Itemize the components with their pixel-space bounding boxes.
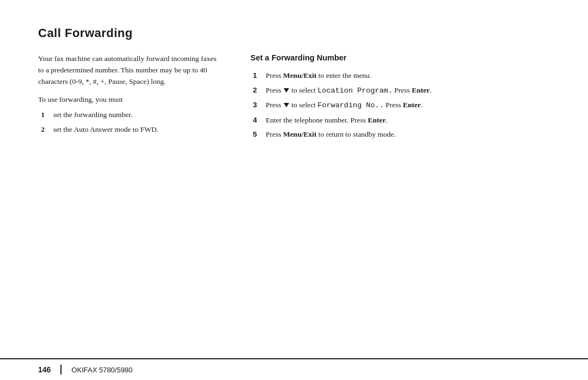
footer-model: OKIFAX 5780/5980 bbox=[71, 366, 132, 374]
prerequisite-list: 1 set the forwarding number. 2 set the A… bbox=[38, 109, 223, 136]
step-text: Enter the telephone number. Press Enter. bbox=[266, 114, 388, 126]
steps-list: 1 Press Menu/Exit to enter the menu. 2 P… bbox=[250, 70, 550, 140]
footer: 146 OKIFAX 5780/5980 bbox=[0, 358, 588, 380]
step-2: 2 Press to select Location Program. Pres… bbox=[250, 84, 550, 97]
down-arrow-icon bbox=[284, 88, 289, 93]
section-heading: Set a Forwarding Number bbox=[250, 53, 550, 62]
page: Call Forwarding Your fax machine can aut… bbox=[0, 0, 588, 380]
content-area: Call Forwarding Your fax machine can aut… bbox=[0, 0, 588, 358]
step-1: 1 Press Menu/Exit to enter the menu. bbox=[250, 70, 550, 82]
list-item-num: 2 bbox=[38, 124, 45, 136]
step-num: 1 bbox=[250, 70, 257, 82]
step-text: Press Menu/Exit to return to standby mod… bbox=[266, 128, 396, 140]
step-num: 3 bbox=[250, 99, 257, 112]
right-column: Set a Forwarding Number 1 Press Menu/Exi… bbox=[250, 53, 550, 342]
bold-text: Enter bbox=[412, 86, 430, 94]
left-column: Your fax machine can automatically forwa… bbox=[38, 53, 223, 342]
mono-text: Location Program. bbox=[317, 87, 393, 95]
step-text: Press to select Forwarding No.. Press En… bbox=[266, 99, 422, 112]
down-arrow-icon bbox=[284, 103, 289, 107]
bold-text: Enter bbox=[403, 101, 421, 109]
mono-text: Forwarding No.. bbox=[317, 101, 384, 109]
intro-paragraph: Your fax machine can automatically forwa… bbox=[38, 53, 223, 88]
list-item-text: set the Auto Answer mode to FWD. bbox=[53, 124, 158, 136]
footer-divider bbox=[60, 365, 62, 375]
bold-text: Menu/Exit bbox=[283, 130, 317, 138]
two-column-layout: Your fax machine can automatically forwa… bbox=[38, 53, 550, 342]
step-num: 2 bbox=[250, 84, 257, 97]
step-5: 5 Press Menu/Exit to return to standby m… bbox=[250, 128, 550, 140]
list-item-num: 1 bbox=[38, 109, 45, 121]
step-num: 5 bbox=[250, 128, 257, 140]
step-text: Press to select Location Program. Press … bbox=[266, 84, 432, 97]
step-4: 4 Enter the telephone number. Press Ente… bbox=[250, 114, 550, 126]
page-number: 146 bbox=[38, 365, 51, 374]
use-forwarding-label: To use forwarding, you must bbox=[38, 95, 223, 104]
bold-text: Menu/Exit bbox=[283, 71, 317, 79]
list-item: 1 set the forwarding number. bbox=[38, 109, 223, 121]
step-num: 4 bbox=[250, 114, 257, 126]
page-title: Call Forwarding bbox=[38, 26, 550, 40]
list-item: 2 set the Auto Answer mode to FWD. bbox=[38, 124, 223, 136]
step-3: 3 Press to select Forwarding No.. Press … bbox=[250, 99, 550, 112]
step-text: Press Menu/Exit to enter the menu. bbox=[266, 70, 371, 82]
list-item-text: set the forwarding number. bbox=[53, 109, 132, 121]
bold-text: Enter bbox=[367, 116, 385, 124]
